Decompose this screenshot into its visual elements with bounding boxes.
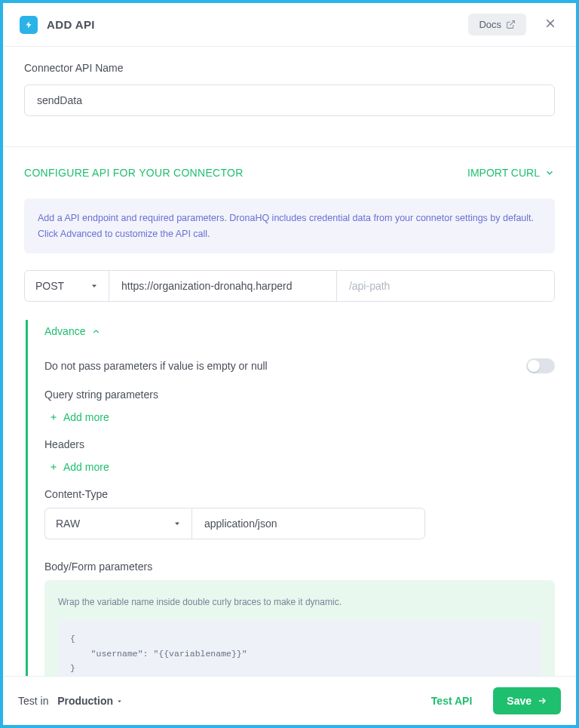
modal-header: ADD API Docs [3, 3, 576, 47]
add-more-label: Add more [63, 461, 109, 473]
docs-button[interactable]: Docs [468, 14, 526, 35]
save-button[interactable]: Save [493, 687, 561, 714]
body-params-label: Body/Form parameters [44, 561, 555, 573]
base-url-display: https://organization-dronahq.harperd [109, 271, 337, 301]
save-label: Save [507, 695, 532, 707]
http-method-value: POST [35, 280, 64, 292]
body-info-text: Wrap the variable name inside double cur… [58, 597, 541, 607]
import-curl-label: IMPORT CURL [467, 167, 540, 179]
import-curl-button[interactable]: IMPORT CURL [467, 167, 555, 179]
chevron-down-icon [173, 520, 181, 527]
modal-footer: Test in Production Test API Save [3, 676, 576, 725]
environment-value: Production [57, 695, 113, 707]
headers-label: Headers [44, 438, 555, 450]
content-type-label: Content-Type [44, 488, 555, 500]
close-button[interactable] [541, 14, 559, 35]
plus-icon [49, 462, 58, 472]
null-param-label: Do not pass parameters if value is empty… [44, 360, 268, 372]
query-params-label: Query string parameters [44, 389, 555, 401]
body-info-panel: Wrap the variable name inside double cur… [44, 580, 555, 676]
add-header-button[interactable]: Add more [49, 461, 109, 473]
configure-header-row: CONFIGURE API FOR YOUR CONNECTOR IMPORT … [24, 167, 555, 179]
test-in-label: Test in Production [18, 695, 123, 707]
caret-down-icon [116, 698, 123, 705]
api-path-input[interactable] [337, 271, 554, 301]
svg-marker-9 [118, 700, 121, 702]
null-param-row: Do not pass parameters if value is empty… [44, 358, 555, 373]
configure-section: CONFIGURE API FOR YOUR CONNECTOR IMPORT … [3, 147, 576, 676]
connector-name-label: Connector API Name [24, 62, 555, 74]
chevron-down-icon [90, 282, 98, 290]
external-link-icon [506, 20, 516, 29]
chevron-down-icon [544, 167, 555, 178]
info-banner: Add a API endpoint and required paramete… [24, 198, 555, 253]
chevron-up-icon [91, 327, 101, 336]
body-example-code: { "username": "{{variablename}}" } [58, 621, 541, 676]
advance-panel: Advance Do not pass parameters if value … [26, 320, 555, 676]
request-url-row: POST https://organization-dronahq.harper… [24, 270, 555, 302]
content-type-format-select[interactable]: RAW [44, 508, 191, 539]
modal-title: ADD API [47, 18, 468, 31]
add-more-label: Add more [63, 411, 109, 423]
connector-name-section: Connector API Name [3, 47, 576, 116]
content-type-value: application/json [191, 508, 425, 539]
docs-label: Docs [479, 19, 501, 30]
app-logo-icon [20, 16, 38, 34]
environment-select[interactable]: Production [57, 695, 123, 707]
test-in-text: Test in [18, 695, 48, 707]
configure-title: CONFIGURE API FOR YOUR CONNECTOR [24, 167, 244, 179]
svg-marker-8 [176, 523, 179, 525]
connector-name-input[interactable] [24, 84, 555, 116]
test-api-button[interactable]: Test API [431, 695, 472, 707]
svg-marker-3 [93, 285, 96, 287]
http-method-select[interactable]: POST [25, 271, 109, 301]
content-type-format-value: RAW [56, 518, 80, 530]
arrow-right-icon [537, 696, 547, 706]
modal-body: Connector API Name CONFIGURE API FOR YOU… [3, 47, 576, 676]
advance-label: Advance [44, 325, 85, 337]
advance-toggle[interactable]: Advance [44, 325, 101, 337]
null-param-toggle[interactable] [526, 358, 555, 373]
close-icon [544, 17, 556, 29]
svg-line-0 [510, 21, 514, 26]
content-type-row: RAW application/json [44, 508, 555, 539]
plus-icon [49, 413, 58, 422]
add-query-param-button[interactable]: Add more [49, 411, 109, 423]
